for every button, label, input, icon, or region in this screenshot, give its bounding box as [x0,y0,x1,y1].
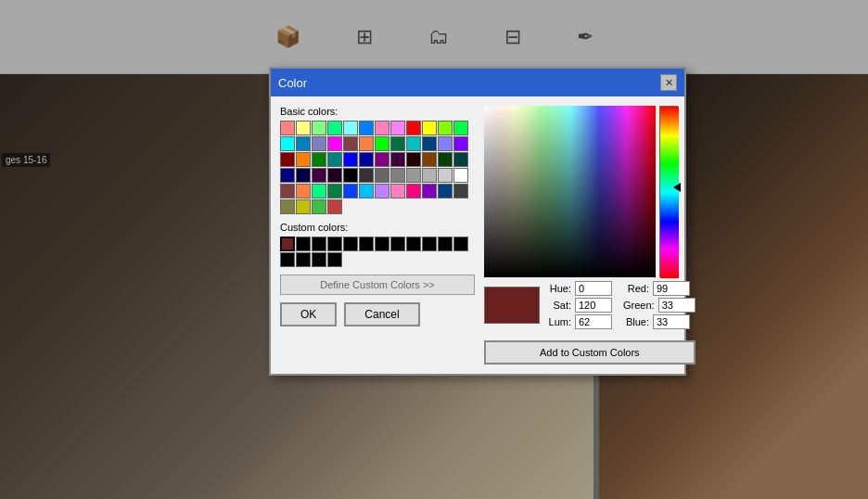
basic-color-cell[interactable] [327,121,342,135]
basic-color-cell[interactable] [343,184,358,198]
basic-color-cell[interactable] [280,136,295,151]
cancel-button[interactable]: Cancel [344,302,419,326]
basic-color-cell[interactable] [312,121,326,135]
hue-row: Hue: [545,281,612,296]
blue-input[interactable] [653,314,690,329]
basic-color-cell[interactable] [422,152,437,167]
custom-color-cell[interactable] [327,237,342,251]
basic-color-cell[interactable] [453,184,468,198]
basic-color-cell[interactable] [327,168,342,183]
hue-input[interactable] [575,281,612,296]
lum-row: Lum: [545,314,612,329]
ok-button[interactable]: OK [280,302,337,326]
custom-color-cell[interactable] [359,237,374,251]
basic-color-cell[interactable] [390,136,405,151]
basic-color-cell[interactable] [453,136,468,151]
basic-color-cell[interactable] [422,184,437,198]
basic-color-cell[interactable] [280,199,295,214]
basic-colors-grid [280,121,475,214]
basic-color-cell[interactable] [327,184,342,198]
basic-color-cell[interactable] [406,121,421,135]
basic-color-cell[interactable] [343,168,358,183]
basic-color-cell[interactable] [375,184,389,198]
basic-color-cell[interactable] [453,168,468,183]
green-row: Green: [623,298,696,313]
custom-color-cell[interactable] [312,252,326,267]
basic-color-cell[interactable] [312,184,326,198]
basic-color-cell[interactable] [422,168,437,183]
basic-color-cell[interactable] [296,199,311,214]
color-inputs-wrapper: Hue: Sat: Lum: [545,281,696,329]
green-input[interactable] [658,298,696,313]
basic-color-cell[interactable] [438,152,453,167]
basic-color-cell[interactable] [296,184,311,198]
basic-color-cell[interactable] [327,152,342,167]
basic-color-cell[interactable] [327,199,342,214]
basic-color-cell[interactable] [406,168,421,183]
sat-input[interactable] [575,298,612,313]
basic-color-cell[interactable] [280,168,295,183]
basic-color-cell[interactable] [312,168,326,183]
basic-color-cell[interactable] [422,121,437,135]
basic-color-cell[interactable] [406,136,421,151]
basic-color-cell[interactable] [280,184,295,198]
custom-color-cell[interactable] [390,237,405,251]
custom-color-cell[interactable] [280,237,295,251]
basic-color-cell[interactable] [438,121,453,135]
basic-color-cell[interactable] [312,199,326,214]
basic-color-cell[interactable] [375,121,389,135]
basic-color-cell[interactable] [406,184,421,198]
custom-color-cell[interactable] [438,237,453,251]
basic-color-cell[interactable] [359,136,374,151]
basic-color-cell[interactable] [312,136,326,151]
basic-color-cell[interactable] [327,136,342,151]
basic-color-cell[interactable] [375,136,389,151]
basic-color-cell[interactable] [359,168,374,183]
basic-color-cell[interactable] [359,121,374,135]
basic-color-cell[interactable] [438,184,453,198]
lum-input[interactable] [575,314,612,329]
basic-color-cell[interactable] [296,121,311,135]
custom-color-cell[interactable] [453,237,468,251]
custom-color-cell[interactable] [406,237,421,251]
basic-color-cell[interactable] [390,121,405,135]
custom-color-cell[interactable] [280,252,295,267]
basic-color-cell[interactable] [406,152,421,167]
basic-color-cell[interactable] [296,168,311,183]
dialog-buttons: OK Cancel [280,302,475,326]
basic-color-cell[interactable] [375,168,389,183]
custom-color-cell[interactable] [375,237,389,251]
red-input[interactable] [653,281,690,296]
hue-slider[interactable] [659,106,678,277]
basic-color-cell[interactable] [390,168,405,183]
add-to-custom-colors-button[interactable]: Add to Custom Colors [484,340,696,365]
custom-color-cell[interactable] [422,237,437,251]
custom-color-cell[interactable] [312,237,326,251]
basic-color-cell[interactable] [438,136,453,151]
basic-color-cell[interactable] [296,152,311,167]
basic-color-cell[interactable] [343,152,358,167]
basic-color-cell[interactable] [422,136,437,151]
basic-color-cell[interactable] [390,152,405,167]
custom-color-cell[interactable] [343,237,358,251]
basic-color-cell[interactable] [453,121,468,135]
basic-color-cell[interactable] [359,184,374,198]
custom-color-cell[interactable] [327,252,342,267]
basic-color-cell[interactable] [453,152,468,167]
basic-color-cell[interactable] [280,121,295,135]
close-button[interactable]: ✕ [660,74,677,91]
blue-row: Blue: [623,314,696,329]
basic-color-cell[interactable] [390,184,405,198]
basic-color-cell[interactable] [359,152,374,167]
basic-color-cell[interactable] [343,136,358,151]
basic-color-cell[interactable] [438,168,453,183]
basic-color-cell[interactable] [280,152,295,167]
color-gradient-canvas[interactable] [484,106,656,277]
basic-color-cell[interactable] [312,152,326,167]
define-custom-colors-button[interactable]: Define Custom Colors >> [280,275,475,295]
basic-color-cell[interactable] [375,152,389,167]
custom-color-cell[interactable] [296,252,311,267]
basic-color-cell[interactable] [296,136,311,151]
custom-color-cell[interactable] [296,237,311,251]
basic-color-cell[interactable] [343,121,358,135]
